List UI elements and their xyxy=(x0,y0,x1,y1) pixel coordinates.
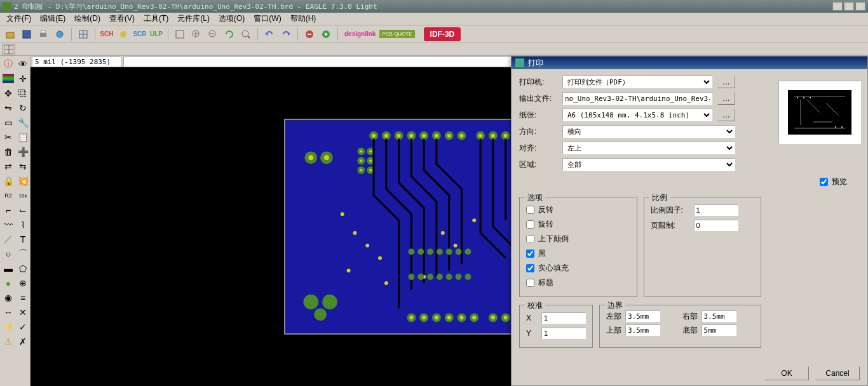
signal-tool-icon[interactable]: ⊕ xyxy=(16,276,30,290)
paper-select[interactable]: A6 (105x148 mm, 4.1x5.8 inch) xyxy=(562,109,712,121)
grid-icon[interactable] xyxy=(3,44,15,55)
go-icon[interactable] xyxy=(318,27,334,42)
dialog-title-bar[interactable]: 打印 xyxy=(512,57,867,69)
undo-icon[interactable] xyxy=(262,27,277,42)
designlink-button[interactable]: designlink xyxy=(342,30,378,37)
pinswap-tool-icon[interactable]: ⇄ xyxy=(1,159,15,173)
smash-tool-icon[interactable]: 💥 xyxy=(16,174,30,188)
polygon-tool-icon[interactable]: ⬠ xyxy=(16,262,30,276)
cancel-button[interactable]: Cancel xyxy=(815,366,860,380)
open-icon[interactable] xyxy=(3,27,18,42)
move-tool-icon[interactable]: ✥ xyxy=(1,86,15,100)
auto-tool-icon[interactable]: ⚡ xyxy=(1,320,15,334)
menu-tools[interactable]: 工具(T) xyxy=(140,12,172,25)
route-tool-icon[interactable]: 〰 xyxy=(1,218,15,232)
calib-y-input[interactable] xyxy=(541,328,586,339)
text-tool-icon[interactable]: T xyxy=(16,232,30,246)
drc-tool-icon[interactable]: ✗ xyxy=(16,335,30,349)
zoom-out-icon[interactable] xyxy=(205,27,220,42)
group-tool-icon[interactable]: ▭ xyxy=(1,116,15,130)
save-icon[interactable] xyxy=(19,27,34,42)
mark-tool-icon[interactable]: ✛ xyxy=(16,72,30,86)
redo-icon[interactable] xyxy=(278,27,294,42)
rotate-tool-icon[interactable]: ↻ xyxy=(16,101,30,115)
menu-edit[interactable]: 编辑(E) xyxy=(36,12,69,25)
orient-select[interactable]: 横向 xyxy=(562,125,735,138)
value-tool-icon[interactable]: 10k xyxy=(16,189,30,203)
mirror-checkbox[interactable] xyxy=(526,206,534,214)
menu-help[interactable]: 帮助(H) xyxy=(287,12,320,25)
stop-icon[interactable] xyxy=(302,27,317,42)
minimize-button[interactable]: ─ xyxy=(832,2,843,11)
idf3d-button[interactable]: IDF-3D xyxy=(424,27,461,41)
arc-tool-icon[interactable]: ⌒ xyxy=(16,247,30,261)
paste-tool-icon[interactable]: 📋 xyxy=(16,130,30,144)
black-checkbox[interactable] xyxy=(526,250,534,258)
rotate-checkbox[interactable] xyxy=(526,220,534,229)
printer-browse-button[interactable]: … xyxy=(717,76,735,88)
replace-tool-icon[interactable]: ⇆ xyxy=(16,159,30,173)
sch-icon[interactable]: SCH xyxy=(99,27,114,42)
upside-checkbox[interactable] xyxy=(526,235,534,243)
border-left-input[interactable] xyxy=(625,310,660,322)
rect-tool-icon[interactable]: ▬ xyxy=(1,262,15,276)
page-limit-input[interactable] xyxy=(694,220,738,231)
printer-select[interactable]: 打印到文件（PDF） xyxy=(562,76,712,88)
zoom-in-icon[interactable] xyxy=(189,27,204,42)
layer-tool-icon[interactable] xyxy=(3,74,14,83)
lock-tool-icon[interactable]: 🔒 xyxy=(1,174,15,188)
output-file-input[interactable] xyxy=(562,92,712,105)
menu-options[interactable]: 选项(O) xyxy=(215,12,248,25)
paper-browse-button[interactable]: … xyxy=(717,109,735,121)
miter-tool-icon[interactable]: ⌐ xyxy=(1,203,15,217)
cut-tool-icon[interactable]: ✂ xyxy=(1,130,15,144)
info-tool-icon[interactable]: ⓘ xyxy=(1,57,15,71)
caption-checkbox[interactable] xyxy=(526,279,534,287)
attribute-tool-icon[interactable]: ≡ xyxy=(16,291,30,305)
zoom-fit-icon[interactable] xyxy=(172,27,187,42)
align-select[interactable]: 左上 xyxy=(562,142,735,154)
use-icon[interactable] xyxy=(116,27,131,42)
menu-draw[interactable]: 绘制(D) xyxy=(71,12,104,25)
circle-tool-icon[interactable]: ○ xyxy=(1,247,15,261)
split-tool-icon[interactable]: ⌙ xyxy=(16,203,30,217)
via-tool-icon[interactable]: ● xyxy=(1,276,15,290)
mirror-tool-icon[interactable]: ⇋ xyxy=(1,101,15,115)
ratsnest-tool-icon[interactable]: ✕ xyxy=(16,305,30,319)
erc-tool-icon[interactable]: ✓ xyxy=(16,320,30,334)
name-tool-icon[interactable]: R2 xyxy=(1,189,15,203)
menu-library[interactable]: 元件库(L) xyxy=(173,12,214,25)
output-browse-button[interactable]: … xyxy=(717,92,735,105)
border-bottom-input[interactable] xyxy=(702,324,736,336)
preview-checkbox[interactable] xyxy=(820,178,828,186)
delete-tool-icon[interactable]: 🗑 xyxy=(1,145,15,159)
menu-window[interactable]: 窗口(W) xyxy=(250,12,285,25)
wire-tool-icon[interactable]: ／ xyxy=(1,232,15,246)
show-tool-icon[interactable]: 👁 xyxy=(16,57,30,71)
change-tool-icon[interactable]: 🔧 xyxy=(16,116,30,130)
border-top-input[interactable] xyxy=(625,324,660,336)
hole-tool-icon[interactable]: ◉ xyxy=(1,291,15,305)
menu-view[interactable]: 查看(V) xyxy=(105,12,139,25)
pcbquote-button[interactable]: PCB QUOTE xyxy=(379,30,414,38)
area-select[interactable]: 全部 xyxy=(562,158,735,171)
menu-file[interactable]: 文件(F) xyxy=(3,12,35,25)
add-tool-icon[interactable]: ➕ xyxy=(16,145,30,159)
cam-icon[interactable] xyxy=(52,27,67,42)
copy-tool-icon[interactable]: ⿻ xyxy=(16,86,30,100)
board-icon[interactable] xyxy=(76,27,91,42)
close-button[interactable]: ✕ xyxy=(855,2,865,11)
border-right-input[interactable] xyxy=(702,310,736,322)
script-icon[interactable]: SCR xyxy=(132,27,147,42)
run-icon[interactable]: ULP xyxy=(149,27,164,42)
ripup-tool-icon[interactable]: ⌇ xyxy=(16,218,30,232)
print-icon[interactable] xyxy=(36,27,51,42)
zoom-select-icon[interactable] xyxy=(238,27,254,42)
solid-checkbox[interactable] xyxy=(526,264,534,272)
ok-button[interactable]: OK xyxy=(764,366,809,380)
maximize-button[interactable]: □ xyxy=(844,2,854,11)
scale-factor-input[interactable] xyxy=(694,204,738,216)
calib-x-input[interactable] xyxy=(541,312,586,324)
errors-tool-icon[interactable]: ⚠ xyxy=(1,335,15,349)
redraw-icon[interactable] xyxy=(222,27,237,42)
